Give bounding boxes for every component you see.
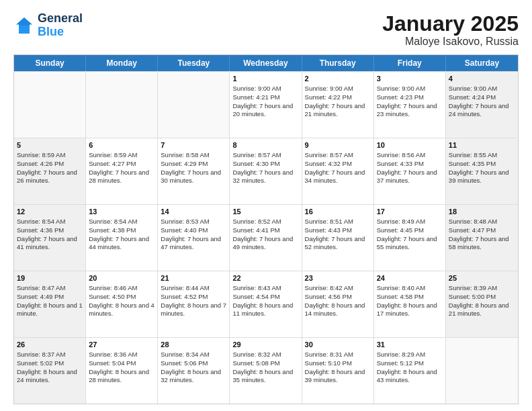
sunrise-2-1: Sunrise: 8:54 AM [89, 218, 137, 225]
header-tuesday: Tuesday [158, 55, 230, 71]
daylight-2-4: Daylight: 7 hours and 52 minutes. [305, 235, 365, 251]
logo-text: General Blue [38, 12, 83, 39]
sunrise-3-6: Sunrise: 8:39 AM [449, 284, 497, 291]
daylight-1-6: Daylight: 7 hours and 39 minutes. [449, 169, 509, 185]
cal-cell-3-2: 21Sunrise: 8:44 AMSunset: 4:52 PMDayligh… [158, 271, 230, 337]
logo: General Blue [13, 12, 83, 39]
sunset-3-2: Sunset: 4:52 PM [161, 293, 208, 300]
cal-cell-1-6: 11Sunrise: 8:55 AMSunset: 4:35 PMDayligh… [446, 138, 518, 204]
cal-cell-2-3: 15Sunrise: 8:52 AMSunset: 4:41 PMDayligh… [230, 205, 302, 271]
cal-cell-1-4: 9Sunrise: 8:57 AMSunset: 4:32 PMDaylight… [302, 138, 374, 204]
day-num-29: 29 [232, 340, 298, 350]
sunset-3-4: Sunset: 4:56 PM [305, 293, 352, 300]
day-num-5: 5 [17, 140, 83, 150]
cal-cell-4-2: 28Sunrise: 8:34 AMSunset: 5:06 PMDayligh… [158, 338, 230, 404]
sunrise-2-5: Sunrise: 8:49 AM [377, 218, 425, 225]
week-row-4: 19Sunrise: 8:47 AMSunset: 4:49 PMDayligh… [14, 271, 518, 337]
daylight-3-5: Daylight: 8 hours and 17 minutes. [377, 302, 437, 318]
sunrise-3-4: Sunrise: 8:42 AM [305, 284, 353, 291]
day-num-11: 11 [449, 140, 515, 150]
sunset-2-4: Sunset: 4:43 PM [305, 226, 352, 234]
header-thursday: Thursday [302, 55, 374, 71]
day-num-13: 13 [89, 207, 154, 217]
sunset-2-0: Sunset: 4:36 PM [17, 226, 64, 234]
day-num-31: 31 [377, 340, 443, 350]
header-monday: Monday [86, 55, 158, 71]
sunrise-2-0: Sunrise: 8:54 AM [17, 218, 65, 225]
cal-cell-1-1: 6Sunrise: 8:59 AMSunset: 4:27 PMDaylight… [86, 138, 158, 204]
sunset-4-0: Sunset: 5:02 PM [17, 359, 64, 367]
cal-cell-1-2: 7Sunrise: 8:58 AMSunset: 4:29 PMDaylight… [158, 138, 230, 204]
logo-icon [13, 15, 35, 36]
cal-cell-1-0: 5Sunrise: 8:59 AMSunset: 4:26 PMDaylight… [14, 138, 86, 204]
daylight-3-2: Daylight: 8 hours and 7 minutes. [161, 302, 226, 318]
cal-cell-3-5: 24Sunrise: 8:40 AMSunset: 4:58 PMDayligh… [374, 271, 446, 337]
calendar: Sunday Monday Tuesday Wednesday Thursday… [13, 54, 519, 404]
day-num-17: 17 [377, 207, 443, 217]
sunrise-1-3: Sunrise: 8:57 AM [232, 151, 281, 158]
sunrise-2-4: Sunrise: 8:51 AM [305, 218, 353, 225]
cal-cell-0-4: 2Sunrise: 9:00 AMSunset: 4:22 PMDaylight… [302, 72, 374, 138]
daylight-4-0: Daylight: 8 hours and 24 minutes. [17, 368, 77, 384]
daylight-2-6: Daylight: 7 hours and 58 minutes. [449, 235, 509, 251]
sunrise-0-5: Sunrise: 9:00 AM [377, 85, 425, 92]
daylight-1-3: Daylight: 7 hours and 32 minutes. [232, 169, 293, 185]
sunrise-2-3: Sunrise: 8:52 AM [232, 218, 281, 225]
cal-cell-3-0: 19Sunrise: 8:47 AMSunset: 4:49 PMDayligh… [14, 271, 86, 337]
day-num-21: 21 [161, 273, 226, 283]
daylight-0-6: Daylight: 7 hours and 24 minutes. [449, 102, 509, 118]
sunrise-1-2: Sunrise: 8:58 AM [161, 151, 209, 158]
daylight-4-4: Daylight: 8 hours and 39 minutes. [305, 368, 365, 384]
sunset-4-2: Sunset: 5:06 PM [161, 359, 208, 367]
page-subtitle: Maloye Isakovo, Russia [382, 36, 519, 48]
daylight-4-5: Daylight: 8 hours and 43 minutes. [377, 368, 437, 384]
daylight-3-6: Daylight: 8 hours and 21 minutes. [449, 302, 509, 318]
sunset-1-0: Sunset: 4:26 PM [17, 160, 64, 167]
sunset-3-6: Sunset: 5:00 PM [449, 293, 496, 300]
header-wednesday: Wednesday [230, 55, 302, 71]
sunrise-4-1: Sunrise: 8:36 AM [89, 351, 137, 358]
day-num-19: 19 [17, 273, 83, 283]
sunrise-3-1: Sunrise: 8:46 AM [89, 284, 137, 291]
week-row-3: 12Sunrise: 8:54 AMSunset: 4:36 PMDayligh… [14, 204, 518, 271]
sunset-1-1: Sunset: 4:27 PM [89, 160, 136, 167]
sunrise-4-5: Sunrise: 8:29 AM [377, 351, 425, 358]
cal-cell-3-6: 25Sunrise: 8:39 AMSunset: 5:00 PMDayligh… [446, 271, 518, 337]
sunset-2-1: Sunset: 4:38 PM [89, 226, 136, 234]
sunrise-1-6: Sunrise: 8:55 AM [449, 151, 497, 158]
sunrise-4-0: Sunrise: 8:37 AM [17, 351, 65, 358]
sunset-0-5: Sunset: 4:23 PM [377, 93, 424, 101]
day-num-16: 16 [305, 207, 371, 217]
calendar-header: Sunday Monday Tuesday Wednesday Thursday… [14, 55, 518, 71]
day-num-30: 30 [305, 340, 371, 350]
daylight-1-1: Daylight: 7 hours and 28 minutes. [89, 169, 149, 185]
sunset-3-3: Sunset: 4:54 PM [232, 293, 279, 300]
sunrise-3-5: Sunrise: 8:40 AM [377, 284, 425, 291]
cal-cell-0-0 [14, 72, 86, 138]
cal-cell-4-3: 29Sunrise: 8:32 AMSunset: 5:08 PMDayligh… [230, 338, 302, 404]
daylight-1-0: Daylight: 7 hours and 26 minutes. [17, 169, 77, 185]
daylight-2-3: Daylight: 7 hours and 49 minutes. [232, 235, 293, 251]
day-num-23: 23 [305, 273, 371, 283]
daylight-1-4: Daylight: 7 hours and 34 minutes. [305, 169, 365, 185]
day-num-7: 7 [161, 140, 226, 150]
cal-cell-1-3: 8Sunrise: 8:57 AMSunset: 4:30 PMDaylight… [230, 138, 302, 204]
logo-line1: General [38, 11, 83, 25]
day-num-10: 10 [377, 140, 443, 150]
day-num-2: 2 [305, 74, 371, 84]
daylight-3-1: Daylight: 8 hours and 4 minutes. [89, 302, 154, 318]
cal-cell-3-3: 22Sunrise: 8:43 AMSunset: 4:54 PMDayligh… [230, 271, 302, 337]
day-num-12: 12 [17, 207, 83, 217]
week-row-1: 1Sunrise: 9:00 AMSunset: 4:21 PMDaylight… [14, 71, 518, 138]
sunrise-3-3: Sunrise: 8:43 AM [232, 284, 281, 291]
svg-marker-1 [16, 17, 32, 26]
sunset-4-1: Sunset: 5:04 PM [89, 359, 136, 367]
daylight-4-3: Daylight: 8 hours and 35 minutes. [232, 368, 293, 384]
sunset-3-1: Sunset: 4:50 PM [89, 293, 136, 300]
sunset-4-3: Sunset: 5:08 PM [232, 359, 279, 367]
day-num-22: 22 [232, 273, 298, 283]
sunset-3-5: Sunset: 4:58 PM [377, 293, 424, 300]
sunrise-1-1: Sunrise: 8:59 AM [89, 151, 137, 158]
cal-cell-0-5: 3Sunrise: 9:00 AMSunset: 4:23 PMDaylight… [374, 72, 446, 138]
daylight-2-0: Daylight: 7 hours and 41 minutes. [17, 235, 77, 251]
